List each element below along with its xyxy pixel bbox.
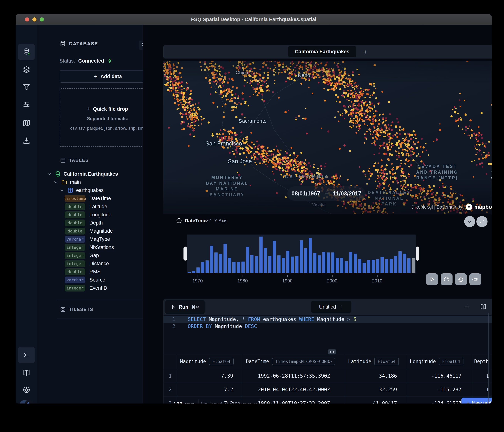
code-line[interactable]: 2ORDER BY Magnitude DESC (163, 323, 492, 330)
timeline-field[interactable]: DateTime (176, 218, 207, 224)
chevron-down-icon[interactable] (46, 171, 52, 177)
tree-column-Depth[interactable]: doubleDepth (37, 219, 143, 227)
table-row[interactable]: 27.22010-04-04T22:40:42.000Z32.259-115.2… (163, 383, 492, 397)
tree-node-table[interactable]: earthquakes (37, 186, 143, 194)
tree-column-Longitude[interactable]: doubleLongitude (37, 211, 143, 219)
histogram-bar (358, 259, 361, 273)
tree-column-DateTime[interactable]: timestampDateTime (37, 194, 143, 203)
query-library-button[interactable] (479, 303, 487, 311)
run-query-button[interactable]: Run ⌘↵ (165, 300, 205, 314)
timeline-y-axis[interactable]: Y Axis (205, 218, 228, 224)
window-interval-button[interactable] (469, 273, 481, 285)
quick-file-drop-zone[interactable]: +Quick file drop Supported formats: csv,… (60, 88, 155, 147)
tree-column-EventID[interactable]: integerEventID (37, 284, 143, 292)
type-badge: double (65, 203, 85, 210)
tree-column-Distance[interactable]: integerDistance (37, 259, 143, 268)
download-icon (22, 137, 31, 145)
rail-item-database[interactable] (18, 44, 35, 60)
app-window: FSQ Spatial Desktop - California Earthqu… (16, 14, 492, 404)
histogram-bar (336, 258, 339, 273)
panel-resize-grip[interactable] (328, 349, 336, 354)
rail-item-map[interactable] (18, 115, 35, 131)
play-button[interactable] (426, 273, 438, 285)
column-header-Longitude[interactable]: LongitudeFloat64 (407, 354, 471, 369)
tree-node-schema[interactable]: main (37, 178, 143, 186)
database-sidebar: DATABASE Status: Connected + Add data (37, 25, 143, 404)
cell-Latitude: 34.186 (345, 369, 407, 383)
tab-california-earthquakes[interactable]: California Earthquakes (288, 46, 356, 57)
query-tab-untitled[interactable]: Untitled (311, 301, 351, 313)
histogram-bar (286, 251, 289, 273)
histogram-bar (372, 260, 375, 273)
time-range-pill[interactable]: 08/01/1967 – 11/03/2017 (287, 186, 366, 201)
chevron-down-icon[interactable] (53, 179, 59, 185)
histogram-bar (197, 267, 200, 273)
map-attribution: © kepler.gl | Basemap by: ✦ mapbox (411, 204, 492, 210)
chevron-down-icon (467, 218, 473, 225)
rail-item-settings[interactable] (18, 97, 35, 113)
code-line[interactable]: 1SELECT Magnitude, * FROM earthquakes WH… (163, 316, 492, 323)
type-badge: integer (65, 252, 85, 259)
tree-column-MagType[interactable]: varcharMagType (37, 235, 143, 243)
tree-column-NbStations[interactable]: integerNbStations (37, 243, 143, 251)
tree-column-Latitude[interactable]: doubleLatitude (37, 203, 143, 211)
tables-section-header[interactable]: TABLES (60, 157, 89, 163)
histogram-bar (259, 237, 262, 273)
cell-Longitude: -115.287 (407, 383, 471, 396)
column-header-DateTime[interactable]: DateTimeTimestamp<MICROSECOND> (243, 354, 345, 369)
table-row[interactable]: 17.391992-06-28T11:57:35.390Z34.186-116.… (163, 369, 492, 383)
rail-item-filter[interactable] (18, 79, 35, 95)
collapse-timeline-button[interactable] (464, 216, 475, 227)
add-data-button[interactable]: + Add data (60, 70, 156, 83)
histogram-bar (327, 252, 330, 273)
rail-item-docs[interactable] (18, 365, 35, 381)
cell-Magnitude: 7.39 (177, 369, 243, 383)
tree-column-Magnitude[interactable]: doubleMagnitude (37, 227, 143, 235)
kebab-menu-icon[interactable] (339, 304, 343, 309)
tree-column-Gap[interactable]: integerGap (37, 251, 143, 259)
column-header-rownum[interactable] (163, 354, 177, 369)
play-icon (171, 304, 176, 310)
timeline-mode-button[interactable] (477, 216, 487, 227)
range-slider-left-handle[interactable] (183, 247, 187, 261)
connection-status: Status: Connected (59, 58, 113, 64)
rail-item-terminal[interactable] (18, 347, 35, 363)
reset-time-button[interactable] (455, 273, 467, 285)
tree-column-RMS[interactable]: doubleRMS (37, 268, 143, 276)
axis-tick-label: 1970 (192, 278, 203, 283)
results-table[interactable]: MagnitudeFloat64DateTimeTimestamp<MICROS… (163, 354, 492, 404)
tree-node-database[interactable]: California Earthquakes (37, 170, 143, 178)
rail-item-layers[interactable] (18, 62, 35, 78)
tree-column-Source[interactable]: varcharSource (37, 276, 143, 284)
icon-rail (16, 25, 37, 404)
limit-results-select[interactable]: Limit results to 100 rows (198, 399, 261, 404)
timeline-histogram[interactable] (187, 235, 416, 273)
rail-item-download[interactable] (18, 133, 35, 149)
histogram-bar (192, 271, 195, 273)
tilesets-section-header[interactable]: TILESETS (60, 306, 93, 313)
range-slider-right-handle[interactable] (416, 247, 419, 261)
row-number: 1 (163, 369, 177, 383)
book-icon (22, 369, 31, 377)
theme-toggle[interactable] (20, 400, 32, 404)
speed-button[interactable] (441, 273, 452, 285)
sql-editor[interactable]: 1SELECT Magnitude, * FROM earthquakes WH… (163, 315, 492, 344)
map-view[interactable]: ChicoRenoSacramentoSan FranciscoSan Jose… (163, 61, 492, 214)
plus-icon: + (466, 400, 469, 404)
main-scrollbar[interactable] (488, 313, 489, 404)
chevron-down-icon[interactable] (59, 187, 65, 193)
new-query-button[interactable] (463, 303, 471, 311)
new-table-button[interactable]: + New table (461, 397, 492, 404)
axis-tick (243, 275, 243, 277)
moon-icon (27, 401, 31, 404)
column-header-Latitude[interactable]: LatitudeFloat64 (345, 354, 407, 369)
histogram-bar (362, 263, 366, 273)
status-bolt-icon (107, 58, 113, 63)
histogram-bar (367, 260, 370, 273)
add-tab-button[interactable]: + (360, 47, 370, 57)
axis-tick-label: 2010 (372, 278, 382, 283)
line-number: 1 (163, 316, 175, 323)
column-header-Magnitude[interactable]: MagnitudeFloat64 (177, 354, 243, 369)
rail-item-help[interactable] (18, 382, 35, 398)
histogram-bar (349, 252, 352, 273)
